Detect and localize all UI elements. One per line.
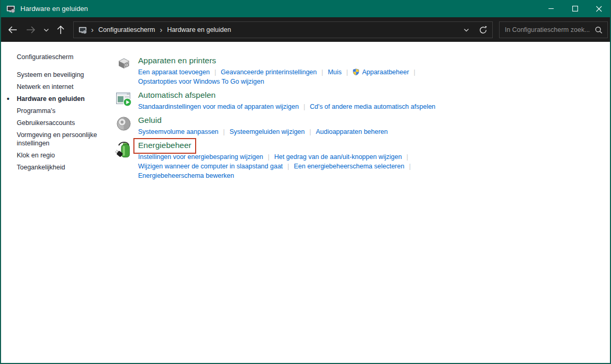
breadcrumb-item-hardware-en-geluiden[interactable]: Hardware en geluiden (166, 26, 232, 33)
titlebar: Hardware en geluiden (0, 0, 611, 17)
minimize-button[interactable] (539, 0, 563, 17)
content-area: Apparaten en printersEen apparaat toevoe… (115, 55, 513, 184)
task-link-row: Instellingen voor energiebesparing wijzi… (138, 152, 513, 162)
task-link-row: Opstartopties voor Windows To Go wijzige… (138, 77, 513, 86)
refresh-icon (479, 26, 488, 35)
recent-pages-dropdown[interactable] (41, 24, 51, 36)
maximize-icon (572, 6, 578, 12)
sidebar-item-klok-en-regio[interactable]: Klok en regio (17, 151, 114, 160)
task-link-systeemgeluiden-wijzigen[interactable]: Systeemgeluiden wijzigen (230, 128, 305, 135)
task-link-energiebeheerschema-bewerken[interactable]: Energiebeheerschema bewerken (138, 172, 234, 179)
control-panel-window: Hardware en geluiden (0, 0, 611, 364)
task-link-row: Standaardinstellingen voor media of appa… (138, 102, 513, 111)
recent-pages-chevron-icon (43, 28, 49, 32)
sidebar-item-systeem-en-beveiliging[interactable]: Systeem en beveiliging (17, 71, 114, 79)
task-link-row: Wijzigen wanneer de computer in slaapsta… (138, 162, 513, 171)
highlight-annotation-box: Energiebeheer (133, 138, 196, 154)
category-title-apparaten-en-printers[interactable]: Apparaten en printers (138, 55, 216, 66)
task-link-wijzigen-wanneer-de-computer-in-slaapstand-gaat[interactable]: Wijzigen wanneer de computer in slaapsta… (138, 163, 283, 170)
control-panel-icon (6, 4, 16, 14)
task-link-apparaatbeheer[interactable]: Apparaatbeheer (353, 69, 409, 76)
category-automatisch-afspelen: Automatisch afspelenStandaardinstellinge… (115, 90, 513, 111)
sidebar-item-gebruikersaccounts[interactable]: Gebruikersaccounts (17, 119, 114, 128)
up-button[interactable] (54, 24, 67, 36)
task-link-geavanceerde-printerinstellingen[interactable]: Geavanceerde printerinstellingen (221, 69, 316, 76)
close-button[interactable] (587, 0, 611, 17)
sidebar-item-netwerk-en-internet[interactable]: Netwerk en internet (17, 83, 114, 92)
sidebar: Configuratiescherm Systeem en beveiligin… (17, 53, 114, 175)
navigation-bar: ›Configuratiescherm›Hardware en geluiden (1, 17, 610, 42)
task-link-row: Een apparaat toevoegen|Geavanceerde prin… (138, 67, 513, 77)
window-title: Hardware en geluiden (20, 5, 88, 13)
link-separator: | (268, 153, 269, 161)
forward-button[interactable] (25, 24, 37, 36)
task-link-opstartopties-voor-windows-to-go-wijzigen[interactable]: Opstartopties voor Windows To Go wijzige… (138, 78, 264, 85)
task-link-muis[interactable]: Muis (328, 69, 342, 76)
control-panel-body: Configuratiescherm Systeem en beveiligin… (1, 42, 610, 363)
breadcrumb: ›Configuratiescherm›Hardware en geluiden (87, 26, 232, 35)
category-geluid: GeluidSysteemvolume aanpassen|Systeemgel… (115, 115, 513, 136)
link-separator: | (288, 163, 289, 170)
breadcrumb-chevron-icon: › (156, 26, 166, 35)
sidebar-item-hardware-en-geluiden[interactable]: Hardware en geluiden (17, 95, 114, 104)
link-separator: | (214, 69, 216, 76)
link-separator: | (346, 69, 348, 76)
close-icon (596, 6, 602, 12)
category-energiebeheer: EnergiebeheerInstellingen voor energiebe… (115, 140, 513, 180)
category-title-energiebeheer[interactable]: Energiebeheer (138, 140, 191, 151)
forward-arrow-icon (26, 25, 36, 35)
category-apparaten-en-printers: Apparaten en printersEen apparaat toevoe… (115, 55, 513, 86)
maximize-button[interactable] (563, 0, 587, 17)
minimize-icon (548, 6, 554, 12)
task-link-standaardinstellingen-voor-media-of-apparaten-wijzigen[interactable]: Standaardinstellingen voor media of appa… (138, 103, 299, 110)
sidebar-item-programma-s[interactable]: Programma's (17, 107, 114, 116)
link-separator: | (303, 103, 305, 110)
search-icon[interactable] (595, 26, 603, 34)
breadcrumb-item-configuratiescherm[interactable]: Configuratiescherm (97, 26, 156, 33)
up-arrow-icon (56, 25, 65, 35)
category-title-automatisch-afspelen[interactable]: Automatisch afspelen (138, 90, 216, 100)
link-separator: | (409, 163, 411, 170)
printer-icon (115, 55, 138, 86)
sidebar-item-vormgeving-en-persoonlijke-instellingen[interactable]: Vormgeving en persoonlijke instellingen (17, 131, 114, 148)
address-dropdown-button[interactable] (458, 22, 474, 38)
address-bar[interactable]: ›Configuratiescherm›Hardware en geluiden (73, 21, 493, 38)
task-link-row: Energiebeheerschema bewerken (138, 171, 513, 180)
search-input[interactable] (500, 26, 595, 33)
search-box (499, 21, 608, 38)
task-link-cd-s-of-andere-media-automatisch-afspelen[interactable]: Cd's of andere media automatisch afspele… (310, 103, 435, 110)
address-dropdown-chevron-icon (463, 28, 469, 32)
link-separator: | (310, 128, 311, 135)
sidebar-item-toegankelijkheid[interactable]: Toegankelijkheid (17, 163, 114, 172)
task-link-instellingen-voor-energiebesparing-wijzigen[interactable]: Instellingen voor energiebesparing wijzi… (138, 153, 263, 161)
link-separator: | (406, 153, 408, 161)
category-title-geluid[interactable]: Geluid (138, 115, 162, 126)
address-bar-controls (458, 22, 491, 38)
back-button[interactable] (6, 24, 19, 36)
task-link-row: Systeemvolume aanpassen|Systeemgeluiden … (138, 127, 513, 136)
window-controls (539, 0, 611, 17)
link-separator: | (414, 69, 415, 76)
link-separator: | (322, 69, 323, 76)
task-link-een-apparaat-toevoegen[interactable]: Een apparaat toevoegen (138, 69, 210, 76)
sidebar-item-home[interactable]: Configuratiescherm (17, 53, 114, 62)
link-separator: | (223, 128, 225, 135)
back-arrow-icon (7, 25, 18, 35)
speaker-icon (115, 115, 138, 136)
autoplay-icon (115, 90, 138, 111)
task-link-een-energiebeheerschema-selecteren[interactable]: Een energiebeheerschema selecteren (294, 163, 404, 170)
uac-shield-icon (353, 69, 362, 76)
breadcrumb-chevron-icon: › (87, 26, 97, 35)
task-link-systeemvolume-aanpassen[interactable]: Systeemvolume aanpassen (138, 128, 219, 135)
task-link-het-gedrag-van-de-aan-uit-knoppen-wijzigen[interactable]: Het gedrag van de aan/uit-knoppen wijzig… (274, 153, 402, 161)
control-panel-icon (78, 26, 87, 35)
task-link-audioapparaten-beheren[interactable]: Audioapparaten beheren (316, 128, 388, 135)
refresh-button[interactable] (474, 22, 491, 38)
